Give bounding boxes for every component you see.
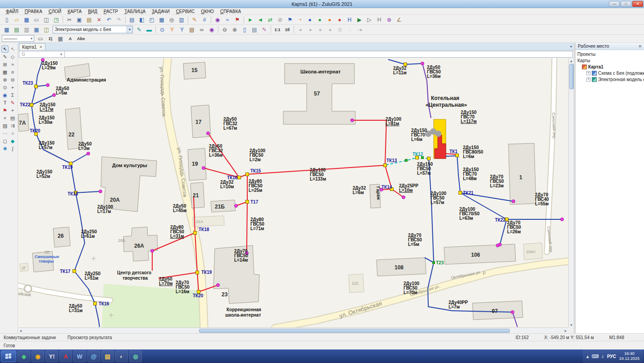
new-layer[interactable]: ▤: [12, 26, 21, 34]
print-preview[interactable]: ◫: [42, 16, 51, 24]
consumer-node[interactable]: [53, 94, 56, 97]
calc-poverka[interactable]: ●: [315, 16, 324, 24]
map-canvas[interactable]: ул. Площадь Советовул. Площадь Советовул…: [18, 58, 568, 327]
menu-таблица[interactable]: ТАБЛИЦА: [121, 9, 149, 14]
font-button[interactable]: A: [66, 35, 75, 43]
search-input[interactable]: [65, 51, 573, 58]
app-chrome[interactable]: ◉: [32, 350, 44, 362]
chamber-node[interactable]: [427, 157, 431, 160]
app-word[interactable]: W: [73, 350, 86, 362]
consumer-node[interactable]: [496, 244, 499, 247]
chamber-node[interactable]: [246, 173, 249, 176]
tray-hidden-icons[interactable]: ▴: [586, 354, 589, 359]
horizontal-scroll-thumb[interactable]: [199, 329, 510, 333]
print[interactable]: ▭: [32, 16, 41, 24]
tab-karta1[interactable]: Карта1 ✕: [19, 43, 45, 50]
more-tools[interactable]: ⋯: [1, 130, 9, 137]
consumer-node[interactable]: [151, 250, 154, 253]
bookmarks[interactable]: ▥: [177, 16, 186, 24]
chamber-node[interactable]: [30, 104, 33, 107]
find-object[interactable]: ⊙: [158, 26, 167, 34]
angle-measure[interactable]: ∠: [395, 16, 404, 24]
menu-сервис[interactable]: СЕРВИС: [173, 9, 198, 14]
piezometric-graph[interactable]: ◔: [295, 16, 304, 24]
curve-tool[interactable]: ∫: [9, 145, 16, 152]
map-vertical-scrollbar[interactable]: ▲ ▼: [568, 58, 574, 327]
style-color-line[interactable]: ▬: [145, 26, 154, 34]
layer-list[interactable]: ▤: [250, 26, 259, 34]
chamber-node[interactable]: [246, 200, 249, 204]
mode-dot[interactable]: ◌: [345, 26, 354, 34]
mode-circle-4[interactable]: ●: [326, 26, 335, 34]
net-branch-blue[interactable]: Y: [177, 26, 186, 34]
mode-slash[interactable]: ⊘: [336, 26, 345, 34]
cut[interactable]: ✂: [65, 16, 74, 24]
menu-окно[interactable]: ОКНО: [198, 9, 217, 14]
tree-expander-icon[interactable]: +: [586, 71, 590, 75]
net-glasses[interactable]: ∞: [197, 26, 206, 34]
chamber-node[interactable]: [35, 85, 38, 88]
menu-справка[interactable]: СПРАВКА: [217, 9, 244, 14]
tray-volume-icon[interactable]: ♪: [601, 354, 604, 359]
tree-item[interactable]: Проекты: [576, 51, 644, 57]
zoom-minus[interactable]: ⊖: [220, 26, 229, 34]
scheme-h[interactable]: H: [375, 16, 384, 24]
valve-node[interactable]: [405, 159, 408, 162]
save[interactable]: ▦: [22, 16, 31, 24]
grid-button[interactable]: ▦: [56, 35, 65, 43]
zoom-plus[interactable]: ⊕: [230, 26, 239, 34]
calc-options[interactable]: ⊛: [385, 16, 394, 24]
calc-gidroudar[interactable]: ●: [335, 16, 344, 24]
overview-window[interactable]: ◰: [147, 16, 156, 24]
tree-item[interactable]: +Схема с Бея (подложка).zrs: [576, 70, 644, 76]
menu-правка[interactable]: ПРАВКА: [22, 9, 45, 14]
edit-pen[interactable]: ✎: [1, 53, 9, 60]
trace-path[interactable]: ⇄: [266, 16, 275, 24]
style-pencil[interactable]: ✎: [135, 26, 144, 34]
consumer-node[interactable]: [351, 119, 354, 122]
legend-panel[interactable]: ◧: [137, 16, 146, 24]
app-gimp[interactable]: ◐: [115, 350, 128, 362]
line-style-combo[interactable]: ——— ▾: [2, 35, 34, 42]
valve-node[interactable]: [433, 262, 435, 264]
tray-keyboard-icon[interactable]: ⌨: [592, 354, 599, 359]
menu-файл[interactable]: ФАЙЛ: [3, 9, 22, 14]
net-branch-orange[interactable]: Y: [168, 26, 177, 34]
layer-properties[interactable]: ▥: [22, 26, 31, 34]
chamber-node[interactable]: [73, 270, 76, 273]
chamber-node[interactable]: [456, 154, 459, 157]
consumer-node[interactable]: [512, 200, 515, 203]
consumer-node[interactable]: [217, 284, 220, 287]
consumer-node[interactable]: [511, 311, 514, 314]
circle-tool[interactable]: ○: [9, 130, 16, 137]
new-map[interactable]: ▯: [2, 16, 11, 24]
consumer-node[interactable]: [99, 190, 102, 193]
select-pointer-add[interactable]: ↖: [9, 45, 16, 53]
route-tool[interactable]: ⇉: [9, 122, 16, 129]
scale-1b[interactable]: 1б: [283, 26, 292, 34]
start-calc[interactable]: ▶: [355, 16, 364, 24]
fill-style-button[interactable]: ▭: [36, 35, 45, 43]
layer-table[interactable]: ▦: [32, 26, 41, 34]
consumer-node[interactable]: [402, 196, 405, 199]
delete[interactable]: ✕: [95, 16, 104, 24]
zoom-actual[interactable]: ⊙: [1, 84, 9, 91]
scroll-left-icon[interactable]: ◄: [18, 329, 23, 332]
text-label-tool[interactable]: T: [1, 99, 9, 106]
copy[interactable]: ▣: [75, 16, 84, 24]
close-button[interactable]: ✕: [632, 1, 643, 7]
trace-up[interactable]: ►: [246, 16, 255, 24]
hatch-tool[interactable]: ▨: [1, 122, 9, 129]
maximize-button[interactable]: □: [621, 1, 631, 7]
edit-red[interactable]: ✎: [9, 99, 16, 106]
pause-calc[interactable]: ▷: [365, 16, 374, 24]
valve-node[interactable]: [422, 157, 424, 159]
star-tool[interactable]: ✱: [1, 145, 9, 152]
map-horizontal-scrollbar[interactable]: ◄ ►: [18, 327, 568, 333]
select-pointer[interactable]: ↖: [1, 45, 9, 53]
chamber-node[interactable]: [194, 231, 197, 235]
app-files[interactable]: ▤: [101, 350, 114, 362]
style-brush[interactable]: ✎: [260, 26, 269, 34]
delete-node[interactable]: ×: [1, 114, 9, 122]
chamber-node[interactable]: [384, 164, 387, 167]
